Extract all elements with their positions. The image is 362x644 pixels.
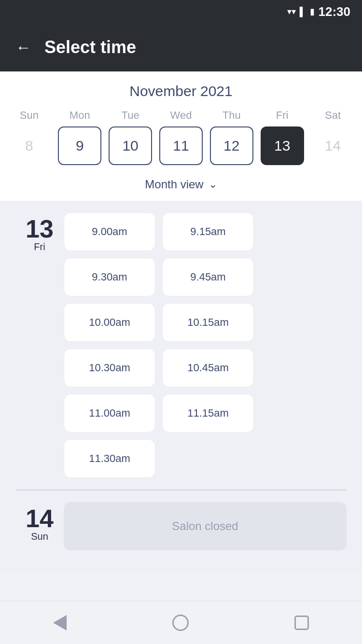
nav-recent-button[interactable] xyxy=(294,616,309,630)
nav-back-button[interactable] xyxy=(53,615,67,630)
day-number-14: 14 xyxy=(15,506,64,531)
status-icons: ▾▾ ▌ ▮ 12:30 xyxy=(287,4,350,19)
date-cell-12[interactable]: 12 xyxy=(210,126,253,165)
day-number-13: 13 xyxy=(15,216,64,241)
chevron-down-icon: ⌄ xyxy=(209,178,217,191)
month-title: November 2021 xyxy=(0,83,362,99)
time-section: 13 Fri 9.00am 9.15am 9.30am 9.45am 10.00… xyxy=(0,201,362,574)
date-cell-9[interactable]: 9 xyxy=(58,126,101,165)
time-slot-1030[interactable]: 10.30am xyxy=(64,349,155,387)
signal-icon: ▌ xyxy=(300,7,306,17)
day-header-fri: Fri xyxy=(261,109,304,122)
day-header-sat: Sat xyxy=(311,109,354,122)
day-header-mon: Mon xyxy=(58,109,101,122)
calendar-section: November 2021 Sun Mon Tue Wed Thu Fri Sa… xyxy=(0,71,362,201)
day-header-thu: Thu xyxy=(210,109,253,122)
time-grid-13: 9.00am 9.15am 9.30am 9.45am 10.00am 10.1… xyxy=(64,212,347,478)
time-slot-1000[interactable]: 10.00am xyxy=(64,303,155,342)
time-slot-945[interactable]: 9.45am xyxy=(162,258,254,296)
time-slot-900[interactable]: 9.00am xyxy=(64,212,155,251)
battery-icon: ▮ xyxy=(310,6,315,17)
day-name-14: Sun xyxy=(15,531,64,542)
back-button[interactable]: ← xyxy=(15,39,31,56)
day-header-wed: Wed xyxy=(159,109,203,122)
day-header-sun: Sun xyxy=(7,109,51,122)
status-bar: ▾▾ ▌ ▮ 12:30 xyxy=(0,0,362,23)
nav-home-button[interactable] xyxy=(172,615,189,631)
time-slot-915[interactable]: 9.15am xyxy=(162,212,254,251)
wifi-icon: ▾▾ xyxy=(287,6,296,17)
date-cell-11[interactable]: 11 xyxy=(159,126,203,165)
divider xyxy=(15,490,347,490)
day-label-13: 13 Fri xyxy=(15,212,64,252)
salon-closed-box: Salon closed xyxy=(64,502,347,550)
date-row: 8 9 10 11 12 13 14 xyxy=(0,126,362,173)
day-name-13: Fri xyxy=(15,241,64,252)
day-label-14: 14 Sun xyxy=(15,502,64,542)
day-block-14: 14 Sun Salon closed xyxy=(15,502,347,550)
time-slot-930[interactable]: 9.30am xyxy=(64,258,155,296)
header: ← Select time xyxy=(0,23,362,71)
bottom-nav xyxy=(0,601,362,644)
time-slot-1015[interactable]: 10.15am xyxy=(162,303,254,342)
day-header-tue: Tue xyxy=(109,109,152,122)
time-slot-1045[interactable]: 10.45am xyxy=(162,349,254,387)
day-headers: Sun Mon Tue Wed Thu Fri Sat xyxy=(0,109,362,122)
date-cell-13[interactable]: 13 xyxy=(261,126,304,165)
date-cell-10[interactable]: 10 xyxy=(109,126,152,165)
date-cell-8[interactable]: 8 xyxy=(7,126,51,165)
time-slot-1100[interactable]: 11.00am xyxy=(64,394,155,433)
month-view-toggle[interactable]: Month view ⌄ xyxy=(0,173,362,201)
page-title: Select time xyxy=(44,37,136,57)
time-slot-1115[interactable]: 11.15am xyxy=(162,394,254,433)
status-time: 12:30 xyxy=(319,4,351,19)
salon-closed-label: Salon closed xyxy=(172,519,238,533)
date-cell-14[interactable]: 14 xyxy=(311,126,354,165)
day-block-13: 13 Fri 9.00am 9.15am 9.30am 9.45am 10.00… xyxy=(15,212,347,478)
month-view-label: Month view xyxy=(145,178,203,191)
time-slot-1130[interactable]: 11.30am xyxy=(64,439,155,478)
